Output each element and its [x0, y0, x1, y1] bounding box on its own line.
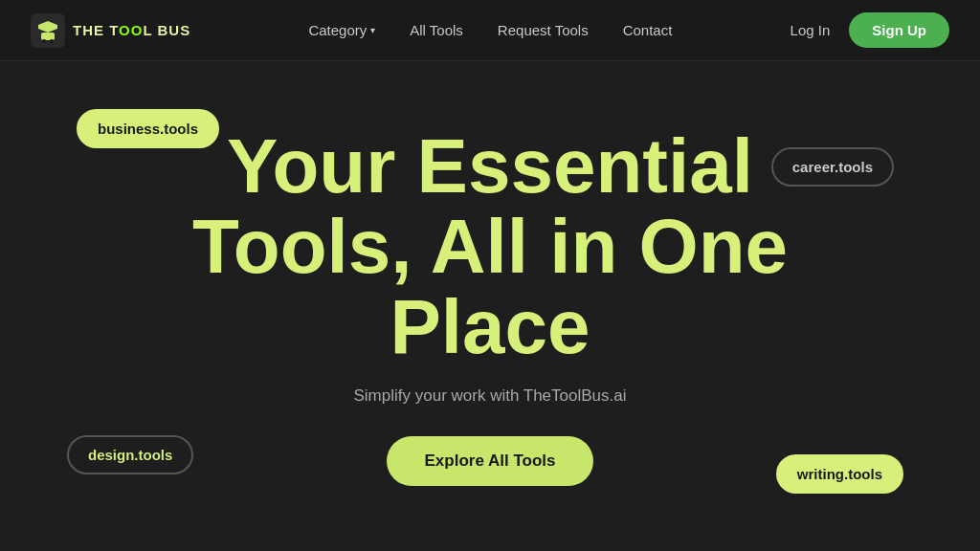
login-button[interactable]: Log In — [791, 22, 831, 38]
nav-request-tools[interactable]: Request Tools — [498, 22, 589, 38]
nav-links: Category ▾ All Tools Request Tools Conta… — [308, 22, 672, 38]
chevron-down-icon: ▾ — [370, 25, 375, 35]
logo-icon — [31, 13, 65, 48]
hero-section: business.tools career.tools design.tools… — [0, 61, 980, 551]
badge-design: design.tools — [67, 435, 193, 474]
nav-actions: Log In Sign Up — [791, 12, 949, 48]
signup-button[interactable]: Sign Up — [849, 12, 949, 48]
badge-writing: writing.tools — [776, 454, 903, 494]
hero-subtitle: Simplify your work with TheToolBus.ai — [353, 386, 626, 406]
nav-contact[interactable]: Contact — [623, 22, 673, 38]
logo-text: THE TOOL BUS — [73, 22, 190, 38]
hero-title: Your Essential Tools, All in One Place — [192, 126, 788, 367]
nav-category[interactable]: Category ▾ — [308, 22, 375, 38]
badge-business: business.tools — [77, 109, 219, 148]
svg-rect-1 — [41, 33, 55, 40]
badge-career: career.tools — [771, 147, 894, 187]
svg-point-3 — [50, 39, 54, 43]
svg-point-2 — [42, 39, 46, 43]
logo[interactable]: THE TOOL BUS — [31, 13, 190, 48]
nav-all-tools[interactable]: All Tools — [410, 22, 463, 38]
navbar: THE TOOL BUS Category ▾ All Tools Reques… — [0, 0, 980, 61]
explore-all-tools-button[interactable]: Explore All Tools — [387, 436, 594, 486]
